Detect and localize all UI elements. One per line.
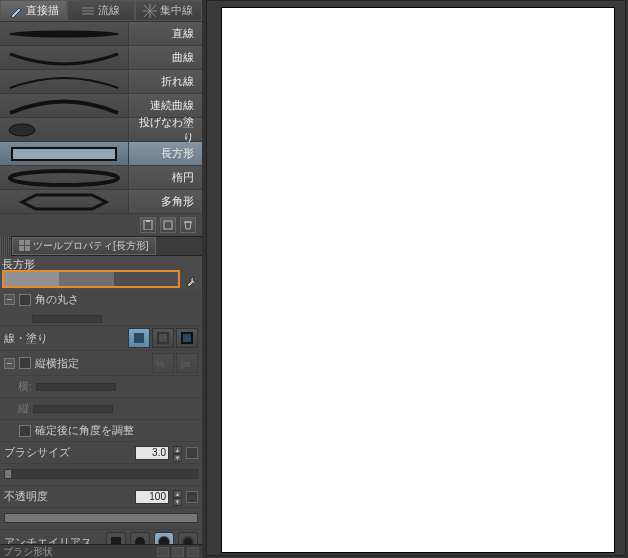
prop-width: 横: [0, 376, 202, 398]
tool-curve[interactable]: 曲線 [0, 46, 202, 70]
linefill-fill[interactable] [128, 328, 150, 348]
tab-label: 流線 [98, 3, 120, 18]
grid-icon [19, 240, 31, 252]
prop-corner-radius: – 角の丸さ [0, 290, 202, 326]
prop-aspect-lock: – 縦横指定 % px [0, 351, 202, 376]
radial-icon [143, 4, 157, 18]
tool-property-tabbar: ツールプロパティ[長方形] [0, 236, 202, 256]
expander[interactable]: – [4, 294, 15, 305]
aspect-mode-b[interactable]: px [176, 353, 198, 373]
subtool-header: 長方形 [0, 256, 202, 290]
svg-line-2 [144, 11, 150, 17]
checkbox-aspect[interactable] [19, 357, 31, 369]
aspect-mode-a[interactable]: % [152, 353, 174, 373]
brush-size-value[interactable]: 3.0 [135, 446, 169, 460]
linefill-both[interactable] [176, 328, 198, 348]
brush-size-slider[interactable] [4, 469, 198, 479]
svg-marker-12 [22, 195, 106, 209]
tool-actions-bar [0, 214, 202, 236]
brush-size-stepper[interactable]: ▲▼ [173, 446, 182, 460]
tool-ellipse[interactable]: 楕円 [0, 166, 202, 190]
prop-opacity-slider-row [0, 508, 202, 530]
opacity-value[interactable]: 100 [135, 490, 169, 504]
checkbox-adjust-angle[interactable] [19, 425, 31, 437]
wrench-icon[interactable] [184, 274, 200, 290]
svg-rect-18 [182, 333, 192, 343]
svg-point-8 [9, 30, 119, 37]
prop-line-fill: 線・塗り [0, 326, 202, 351]
tool-properties: – 角の丸さ 線・塗り – 縦横指定 % px 横: [0, 290, 202, 558]
tool-list: 直線 曲線 折れ線 連続曲線 投げなわ塗り 長方形 楕円 多角形 [0, 22, 202, 214]
subtool-preview[interactable] [2, 270, 180, 288]
tool-polyline[interactable]: 折れ線 [0, 70, 202, 94]
svg-rect-16 [134, 333, 144, 343]
stream-icon [81, 4, 95, 18]
strip-icon-c[interactable] [187, 547, 199, 557]
svg-point-9 [9, 124, 35, 136]
svg-line-0 [144, 5, 150, 11]
tool-lasso-fill[interactable]: 投げなわ塗り [0, 118, 202, 142]
tab-direct-draw[interactable]: 直接描 [0, 0, 67, 21]
tool-polygon[interactable]: 多角形 [0, 190, 202, 214]
brush-size-dynamics[interactable] [186, 447, 198, 459]
canvas[interactable] [221, 7, 615, 553]
opacity-dynamics[interactable] [186, 491, 198, 503]
height-slider[interactable] [33, 405, 113, 413]
bottom-strip: ブラシ形状 [0, 544, 202, 558]
tab-stream-line[interactable]: 流線 [67, 0, 134, 21]
strip-icon-b[interactable] [172, 547, 184, 557]
svg-line-3 [150, 11, 156, 17]
expander[interactable]: – [4, 358, 15, 369]
prop-adjust-angle: 確定後に角度を調整 [0, 420, 202, 442]
svg-point-11 [10, 171, 118, 185]
width-slider[interactable] [36, 383, 116, 391]
canvas-area [206, 0, 626, 556]
svg-text:px: px [181, 359, 191, 369]
prop-brush-size-slider-row [0, 464, 202, 486]
new-page-icon[interactable] [160, 217, 176, 233]
subtool-tabs: 直接描 流線 集中線 [0, 0, 202, 22]
svg-text:%: % [156, 359, 164, 369]
opacity-slider[interactable] [4, 513, 198, 523]
svg-rect-15 [164, 221, 172, 229]
tool-straight-line[interactable]: 直線 [0, 22, 202, 46]
strip-icon-a[interactable] [157, 547, 169, 557]
tool-rectangle[interactable]: 長方形 [0, 142, 202, 166]
tab-label: 直接描 [26, 3, 59, 18]
tab-focus-line[interactable]: 集中線 [135, 0, 202, 21]
prop-brush-size: ブラシサイズ 3.0 ▲▼ [0, 442, 202, 464]
opacity-stepper[interactable]: ▲▼ [173, 490, 182, 504]
svg-rect-10 [12, 148, 116, 160]
linefill-outline[interactable] [152, 328, 174, 348]
prop-opacity: 不透明度 100 ▲▼ [0, 486, 202, 508]
tab-label: 集中線 [160, 3, 193, 18]
svg-line-1 [150, 5, 156, 11]
corner-radius-slider[interactable] [32, 315, 102, 323]
trash-icon[interactable] [180, 217, 196, 233]
clipboard-icon[interactable] [140, 217, 156, 233]
prop-height: 縦 [0, 398, 202, 420]
tool-property-tab[interactable]: ツールプロパティ[長方形] [12, 237, 156, 255]
svg-rect-17 [158, 333, 168, 343]
checkbox-corner-radius[interactable] [19, 294, 31, 306]
brush-shape-label: ブラシ形状 [3, 545, 53, 559]
svg-rect-14 [146, 220, 150, 222]
pencil-icon [9, 4, 23, 18]
panel-grip[interactable] [0, 236, 12, 256]
